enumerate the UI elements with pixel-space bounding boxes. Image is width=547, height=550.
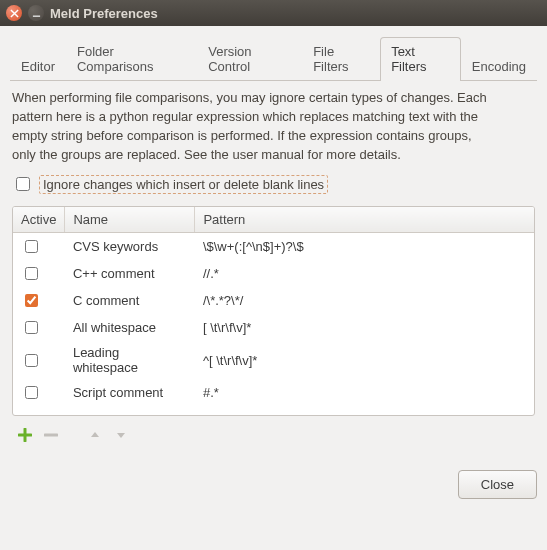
table-row[interactable]: Script comment#.*	[13, 379, 534, 406]
row-pattern: ^[ \t\r\f\v]*	[195, 341, 534, 379]
col-active[interactable]: Active	[13, 207, 65, 233]
table-toolbar	[10, 416, 537, 446]
close-button[interactable]: Close	[458, 470, 537, 499]
remove-icon[interactable]	[42, 426, 60, 444]
ignore-blank-label[interactable]: Ignore changes which insert or delete bl…	[39, 175, 328, 194]
tab-encoding[interactable]: Encoding	[461, 52, 537, 81]
table-row[interactable]: Leading whitespace^[ \t\r\f\v]*	[13, 341, 534, 379]
description-text: When performing file comparisons, you ma…	[12, 89, 492, 164]
table-row[interactable]: C comment/\*.*?\*/	[13, 287, 534, 314]
tab-bar: Editor Folder Comparisons Version Contro…	[10, 36, 537, 81]
row-name: C comment	[65, 287, 195, 314]
row-pattern: \$\w+(:[^\n$]+)?\$	[195, 233, 534, 261]
row-active-checkbox[interactable]	[25, 240, 38, 253]
table-row[interactable]: C++ comment//.*	[13, 260, 534, 287]
row-active-checkbox[interactable]	[25, 267, 38, 280]
row-active-checkbox[interactable]	[25, 294, 38, 307]
tab-textfilt[interactable]: Text Filters	[380, 37, 461, 81]
move-up-icon[interactable]	[86, 426, 104, 444]
row-name: Script comment	[65, 379, 195, 406]
tab-version[interactable]: Version Control	[197, 37, 302, 81]
window-minimize-icon[interactable]	[28, 5, 44, 21]
move-down-icon[interactable]	[112, 426, 130, 444]
row-pattern: //.*	[195, 260, 534, 287]
col-name[interactable]: Name	[65, 207, 195, 233]
row-name: All whitespace	[65, 314, 195, 341]
table-row[interactable]: All whitespace[ \t\r\f\v]*	[13, 314, 534, 341]
ignore-blank-checkbox[interactable]	[16, 177, 30, 191]
row-active-checkbox[interactable]	[25, 386, 38, 399]
row-name: Leading whitespace	[65, 341, 195, 379]
tab-folder[interactable]: Folder Comparisons	[66, 37, 197, 81]
tab-filefilt[interactable]: File Filters	[302, 37, 380, 81]
row-pattern: /\*.*?\*/	[195, 287, 534, 314]
add-icon[interactable]	[16, 426, 34, 444]
row-pattern: [ \t\r\f\v]*	[195, 314, 534, 341]
window-title: Meld Preferences	[50, 6, 158, 21]
tab-editor[interactable]: Editor	[10, 52, 66, 81]
titlebar: Meld Preferences	[0, 0, 547, 26]
window-close-icon[interactable]	[6, 5, 22, 21]
row-pattern: #.*	[195, 379, 534, 406]
row-name: CVS keywords	[65, 233, 195, 261]
row-active-checkbox[interactable]	[25, 354, 38, 367]
table-row[interactable]: CVS keywords\$\w+(:[^\n$]+)?\$	[13, 233, 534, 261]
row-active-checkbox[interactable]	[25, 321, 38, 334]
row-name: C++ comment	[65, 260, 195, 287]
filters-table: Active Name Pattern CVS keywords\$\w+(:[…	[12, 206, 535, 416]
col-pattern[interactable]: Pattern	[195, 207, 534, 233]
